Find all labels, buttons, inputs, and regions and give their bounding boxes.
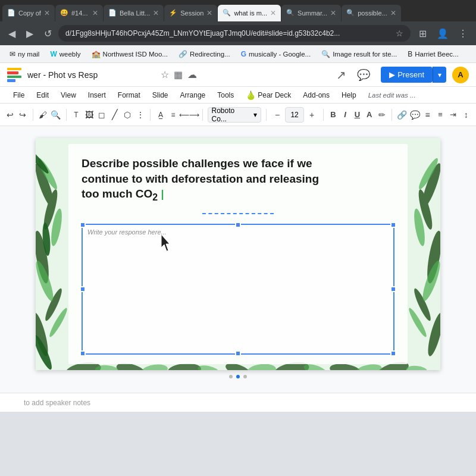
- tab-bella-close[interactable]: ✕: [153, 9, 159, 17]
- link-button[interactable]: 🔗: [397, 107, 408, 123]
- menu-format[interactable]: Format: [112, 89, 146, 102]
- tab-summary-close[interactable]: ✕: [330, 9, 336, 17]
- italic-button[interactable]: I: [340, 107, 350, 123]
- star-icon[interactable]: ☆: [161, 69, 169, 80]
- menu-insert[interactable]: Insert: [82, 89, 112, 102]
- page-dot-1[interactable]: [229, 375, 233, 378]
- resize-handle-tr[interactable]: [390, 222, 396, 228]
- shape-button[interactable]: ◻: [96, 107, 107, 123]
- tab-session[interactable]: ⚡ Session ✕: [164, 5, 217, 21]
- undo-button[interactable]: ↩: [5, 107, 15, 123]
- tab-copy-close[interactable]: ✕: [44, 9, 50, 17]
- comment-toolbar-button[interactable]: 💬: [409, 107, 420, 123]
- tab-whatis-close[interactable]: ✕: [270, 9, 276, 17]
- text-button[interactable]: T: [71, 107, 82, 123]
- profile-icon[interactable]: 👤: [434, 25, 451, 42]
- menu-file[interactable]: File: [7, 89, 30, 102]
- menu-tools[interactable]: Tools: [211, 89, 240, 102]
- extensions-icon[interactable]: ⊞: [414, 25, 431, 42]
- align-left-button[interactable]: ≡: [422, 107, 433, 123]
- spacing-button[interactable]: ↕: [461, 107, 471, 123]
- font-color-button[interactable]: A: [365, 107, 374, 123]
- toolbar: ↩ ↪ 🖌 🔍 T 🖼 ◻ ╱ ⬡ ⋮ A̲ ≡ ⟵⟶ Roboto Co...…: [0, 104, 476, 126]
- bookmark-weebly-label: weebly: [60, 51, 81, 58]
- tab-bella-label: Bella Litt...: [120, 10, 150, 17]
- drive-icon[interactable]: ▦: [174, 69, 183, 80]
- menu-addons[interactable]: Add-ons: [297, 89, 336, 102]
- tab-bella[interactable]: 📄 Bella Litt... ✕: [104, 5, 164, 21]
- paint-format-button[interactable]: 🖌: [38, 107, 49, 123]
- underline-button[interactable]: U: [352, 107, 362, 123]
- resize-handle-br[interactable]: [390, 350, 396, 356]
- shapes-menu-button[interactable]: ⬡: [122, 107, 133, 123]
- tab-possible-favicon: 🔍: [346, 9, 355, 17]
- underline-btn[interactable]: ≡: [168, 107, 178, 123]
- tab-session-close[interactable]: ✕: [206, 9, 212, 17]
- bookmark-image[interactable]: 🔍 Image result for ste...: [317, 48, 402, 60]
- page-dot-3[interactable]: [243, 375, 247, 378]
- user-avatar[interactable]: A: [452, 67, 469, 83]
- menu-edit[interactable]: Edit: [30, 89, 55, 102]
- zoom-button[interactable]: 🔍: [51, 107, 61, 123]
- forward-button[interactable]: ▶: [23, 26, 37, 40]
- resize-handle-mr[interactable]: [390, 286, 396, 292]
- tab-copy[interactable]: 📄 Copy of ✕: [2, 5, 55, 21]
- bookmark-nwisd[interactable]: 🏫 Northwest ISD Moo...: [87, 48, 173, 60]
- tab-possible[interactable]: 🔍 possible... ✕: [342, 5, 401, 21]
- indent-button[interactable]: ⇥: [448, 107, 459, 123]
- bookmark-harriet-label: Harriet Beec...: [415, 51, 459, 58]
- align-btn[interactable]: ⟵⟶: [181, 107, 198, 123]
- fill-color-button[interactable]: A̲: [155, 107, 166, 123]
- bookmark-redirecting[interactable]: 🔗 Redirecting...: [174, 48, 235, 60]
- menu-arrange[interactable]: Arrange: [174, 89, 212, 102]
- menu-help[interactable]: Help: [336, 89, 362, 102]
- redo-button[interactable]: ↪: [18, 107, 29, 123]
- increase-font-size[interactable]: +: [305, 108, 318, 121]
- more-button[interactable]: ⋮: [135, 107, 146, 123]
- cloud-icon[interactable]: ☁: [187, 69, 197, 80]
- present-button[interactable]: ▶ Present: [381, 67, 433, 83]
- settings-icon[interactable]: ⋮: [455, 25, 471, 42]
- page-dot-2[interactable]: [236, 375, 240, 378]
- address-field[interactable]: d/1Fgg8sHHjuT46hOPcxjA45Zm_LNmYOYtEjuagT…: [58, 25, 411, 42]
- bookmark-star-icon[interactable]: ☆: [396, 29, 403, 38]
- line-button[interactable]: ╱: [109, 107, 120, 123]
- tab-emoji-close[interactable]: ✕: [92, 9, 98, 17]
- tab-session-label: Session: [180, 10, 203, 17]
- font-selector[interactable]: Roboto Co... ▾: [208, 107, 261, 123]
- resize-handle-bm[interactable]: [235, 350, 241, 356]
- menu-view[interactable]: View: [55, 89, 82, 102]
- tab-possible-close[interactable]: ✕: [390, 9, 396, 17]
- comment-icon[interactable]: 💬: [357, 68, 370, 82]
- bookmark-weebly[interactable]: W weebly: [45, 48, 85, 60]
- resize-handle-tm[interactable]: [235, 222, 241, 228]
- decrease-font-size[interactable]: −: [271, 108, 284, 121]
- list-button[interactable]: ≡: [435, 107, 446, 123]
- cursor-blink: |: [161, 188, 164, 200]
- font-size-field[interactable]: 12: [285, 107, 304, 123]
- resize-handle-ml[interactable]: [80, 286, 86, 292]
- back-button[interactable]: ◀: [5, 26, 19, 40]
- refresh-button[interactable]: ↺: [40, 26, 55, 40]
- highlight-button[interactable]: ✏: [377, 107, 387, 123]
- toolbar-sep-2: [66, 109, 67, 121]
- speaker-notes[interactable]: to add speaker notes: [0, 393, 476, 412]
- present-dropdown[interactable]: ▾: [433, 67, 446, 83]
- bookmark-mail-favicon: ✉: [10, 50, 15, 58]
- image-button[interactable]: 🖼: [84, 107, 95, 123]
- bookmark-nwisd-label: Northwest ISD Moo...: [103, 51, 168, 58]
- tab-summary[interactable]: 🔍 Summar... ✕: [281, 5, 341, 21]
- bookmark-harriet[interactable]: B Harriet Beec...: [403, 48, 464, 60]
- response-box[interactable]: Write your response here...: [82, 224, 394, 355]
- tab-whatis[interactable]: 🔍 what is m... ✕: [218, 5, 281, 21]
- bookmark-mail[interactable]: ✉ ny mail: [5, 48, 44, 60]
- bold-button[interactable]: B: [328, 107, 338, 123]
- bookmark-musically[interactable]: G musically - Google...: [236, 48, 316, 60]
- menu-slide[interactable]: Slide: [146, 89, 174, 102]
- slide-wrapper: Describe possible challenges we face if …: [36, 138, 440, 370]
- resize-handle-tl[interactable]: [80, 222, 86, 228]
- menu-peardeck[interactable]: 🍐 Pear Deck: [240, 88, 297, 102]
- trending-icon[interactable]: ↗: [336, 68, 346, 82]
- tab-emoji[interactable]: 😀 #14... ✕: [55, 5, 103, 21]
- resize-handle-bl[interactable]: [80, 350, 86, 356]
